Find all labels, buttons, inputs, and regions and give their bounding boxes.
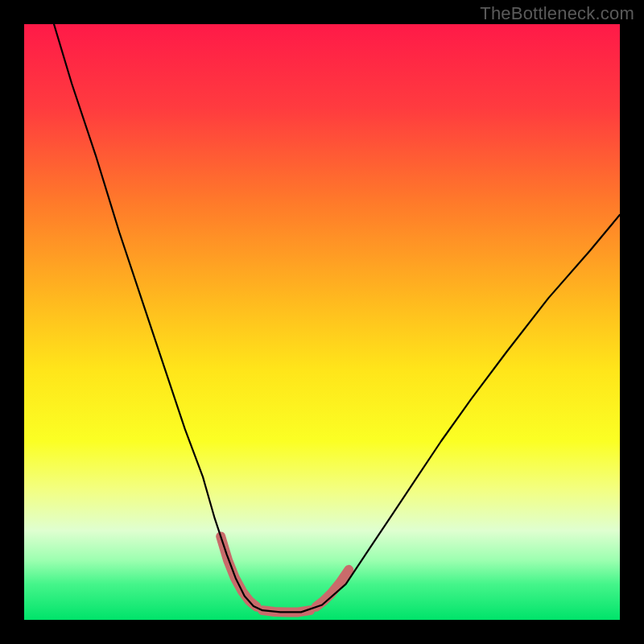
plot-area <box>24 24 620 620</box>
bottleneck-chart <box>24 24 620 620</box>
chart-frame: TheBottleneck.com <box>0 0 644 644</box>
watermark-label: TheBottleneck.com <box>480 3 634 24</box>
